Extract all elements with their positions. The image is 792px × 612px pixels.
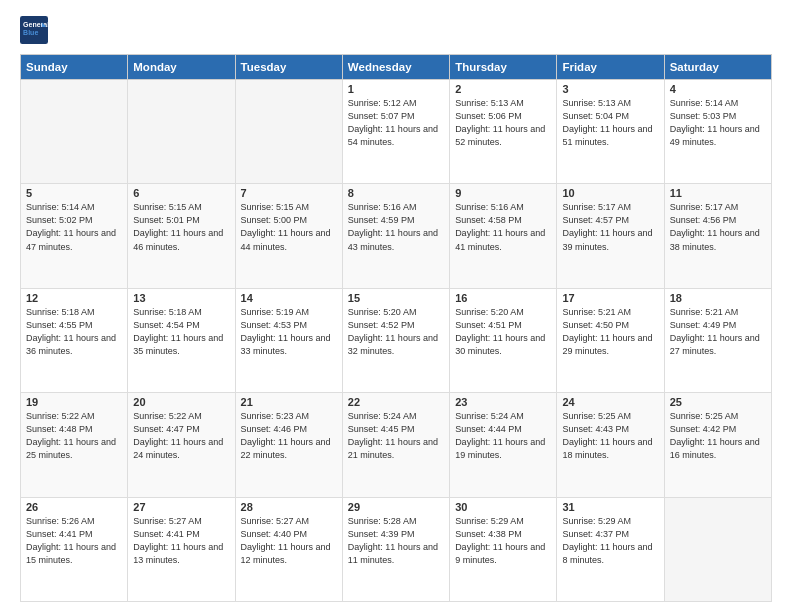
sunrise-text: Sunrise: 5:17 AM [670, 202, 739, 212]
sunrise-text: Sunrise: 5:17 AM [562, 202, 631, 212]
day-info: Sunrise: 5:15 AM Sunset: 5:00 PM Dayligh… [241, 201, 337, 253]
sunset-text: Sunset: 5:03 PM [670, 111, 737, 121]
daylight-text: Daylight: 11 hours and 33 minutes. [241, 333, 331, 356]
daylight-text: Daylight: 11 hours and 46 minutes. [133, 228, 223, 251]
day-number: 5 [26, 187, 122, 199]
daylight-text: Daylight: 11 hours and 32 minutes. [348, 333, 438, 356]
day-info: Sunrise: 5:14 AM Sunset: 5:03 PM Dayligh… [670, 97, 766, 149]
sunset-text: Sunset: 4:40 PM [241, 529, 308, 539]
daylight-text: Daylight: 11 hours and 24 minutes. [133, 437, 223, 460]
calendar-cell: 9 Sunrise: 5:16 AM Sunset: 4:58 PM Dayli… [450, 184, 557, 288]
calendar-week-row: 5 Sunrise: 5:14 AM Sunset: 5:02 PM Dayli… [21, 184, 772, 288]
sunrise-text: Sunrise: 5:16 AM [348, 202, 417, 212]
sunset-text: Sunset: 5:02 PM [26, 215, 93, 225]
day-info: Sunrise: 5:28 AM Sunset: 4:39 PM Dayligh… [348, 515, 444, 567]
calendar-cell: 22 Sunrise: 5:24 AM Sunset: 4:45 PM Dayl… [342, 393, 449, 497]
svg-text:Blue: Blue [23, 29, 38, 36]
day-number: 23 [455, 396, 551, 408]
daylight-text: Daylight: 11 hours and 13 minutes. [133, 542, 223, 565]
calendar-cell [235, 80, 342, 184]
day-number: 2 [455, 83, 551, 95]
day-number: 14 [241, 292, 337, 304]
calendar-cell: 8 Sunrise: 5:16 AM Sunset: 4:59 PM Dayli… [342, 184, 449, 288]
daylight-text: Daylight: 11 hours and 51 minutes. [562, 124, 652, 147]
daylight-text: Daylight: 11 hours and 52 minutes. [455, 124, 545, 147]
day-number: 15 [348, 292, 444, 304]
day-number: 17 [562, 292, 658, 304]
day-info: Sunrise: 5:17 AM Sunset: 4:57 PM Dayligh… [562, 201, 658, 253]
day-number: 10 [562, 187, 658, 199]
daylight-text: Daylight: 11 hours and 22 minutes. [241, 437, 331, 460]
weekday-header: Friday [557, 55, 664, 80]
sunrise-text: Sunrise: 5:18 AM [26, 307, 95, 317]
sunrise-text: Sunrise: 5:25 AM [670, 411, 739, 421]
sunset-text: Sunset: 4:43 PM [562, 424, 629, 434]
weekday-header: Monday [128, 55, 235, 80]
sunrise-text: Sunrise: 5:21 AM [562, 307, 631, 317]
calendar-cell: 23 Sunrise: 5:24 AM Sunset: 4:44 PM Dayl… [450, 393, 557, 497]
sunrise-text: Sunrise: 5:15 AM [133, 202, 202, 212]
day-info: Sunrise: 5:19 AM Sunset: 4:53 PM Dayligh… [241, 306, 337, 358]
day-info: Sunrise: 5:26 AM Sunset: 4:41 PM Dayligh… [26, 515, 122, 567]
sunset-text: Sunset: 4:46 PM [241, 424, 308, 434]
sunset-text: Sunset: 4:57 PM [562, 215, 629, 225]
calendar-cell: 25 Sunrise: 5:25 AM Sunset: 4:42 PM Dayl… [664, 393, 771, 497]
day-number: 1 [348, 83, 444, 95]
day-number: 22 [348, 396, 444, 408]
calendar-week-row: 12 Sunrise: 5:18 AM Sunset: 4:55 PM Dayl… [21, 288, 772, 392]
day-info: Sunrise: 5:13 AM Sunset: 5:04 PM Dayligh… [562, 97, 658, 149]
day-info: Sunrise: 5:15 AM Sunset: 5:01 PM Dayligh… [133, 201, 229, 253]
calendar-cell: 3 Sunrise: 5:13 AM Sunset: 5:04 PM Dayli… [557, 80, 664, 184]
day-info: Sunrise: 5:24 AM Sunset: 4:44 PM Dayligh… [455, 410, 551, 462]
sunrise-text: Sunrise: 5:27 AM [133, 516, 202, 526]
day-info: Sunrise: 5:24 AM Sunset: 4:45 PM Dayligh… [348, 410, 444, 462]
calendar-cell: 27 Sunrise: 5:27 AM Sunset: 4:41 PM Dayl… [128, 497, 235, 601]
day-info: Sunrise: 5:21 AM Sunset: 4:50 PM Dayligh… [562, 306, 658, 358]
calendar-cell: 28 Sunrise: 5:27 AM Sunset: 4:40 PM Dayl… [235, 497, 342, 601]
weekday-header: Saturday [664, 55, 771, 80]
sunset-text: Sunset: 4:41 PM [26, 529, 93, 539]
daylight-text: Daylight: 11 hours and 43 minutes. [348, 228, 438, 251]
calendar-cell: 31 Sunrise: 5:29 AM Sunset: 4:37 PM Dayl… [557, 497, 664, 601]
calendar-week-row: 1 Sunrise: 5:12 AM Sunset: 5:07 PM Dayli… [21, 80, 772, 184]
daylight-text: Daylight: 11 hours and 38 minutes. [670, 228, 760, 251]
sunset-text: Sunset: 5:04 PM [562, 111, 629, 121]
sunset-text: Sunset: 4:56 PM [670, 215, 737, 225]
calendar-cell: 26 Sunrise: 5:26 AM Sunset: 4:41 PM Dayl… [21, 497, 128, 601]
day-number: 19 [26, 396, 122, 408]
daylight-text: Daylight: 11 hours and 29 minutes. [562, 333, 652, 356]
sunset-text: Sunset: 4:59 PM [348, 215, 415, 225]
sunrise-text: Sunrise: 5:20 AM [455, 307, 524, 317]
daylight-text: Daylight: 11 hours and 49 minutes. [670, 124, 760, 147]
sunrise-text: Sunrise: 5:13 AM [455, 98, 524, 108]
sunrise-text: Sunrise: 5:19 AM [241, 307, 310, 317]
sunset-text: Sunset: 4:51 PM [455, 320, 522, 330]
day-number: 31 [562, 501, 658, 513]
day-info: Sunrise: 5:16 AM Sunset: 4:58 PM Dayligh… [455, 201, 551, 253]
calendar-cell: 30 Sunrise: 5:29 AM Sunset: 4:38 PM Dayl… [450, 497, 557, 601]
logo-icon: General Blue [20, 16, 48, 44]
daylight-text: Daylight: 11 hours and 30 minutes. [455, 333, 545, 356]
calendar-cell: 14 Sunrise: 5:19 AM Sunset: 4:53 PM Dayl… [235, 288, 342, 392]
day-number: 21 [241, 396, 337, 408]
daylight-text: Daylight: 11 hours and 35 minutes. [133, 333, 223, 356]
daylight-text: Daylight: 11 hours and 27 minutes. [670, 333, 760, 356]
weekday-header: Thursday [450, 55, 557, 80]
daylight-text: Daylight: 11 hours and 44 minutes. [241, 228, 331, 251]
sunrise-text: Sunrise: 5:29 AM [562, 516, 631, 526]
sunset-text: Sunset: 4:41 PM [133, 529, 200, 539]
sunrise-text: Sunrise: 5:29 AM [455, 516, 524, 526]
daylight-text: Daylight: 11 hours and 25 minutes. [26, 437, 116, 460]
calendar-cell: 21 Sunrise: 5:23 AM Sunset: 4:46 PM Dayl… [235, 393, 342, 497]
sunset-text: Sunset: 4:53 PM [241, 320, 308, 330]
sunset-text: Sunset: 5:06 PM [455, 111, 522, 121]
weekday-header: Sunday [21, 55, 128, 80]
sunrise-text: Sunrise: 5:23 AM [241, 411, 310, 421]
sunset-text: Sunset: 4:42 PM [670, 424, 737, 434]
day-info: Sunrise: 5:27 AM Sunset: 4:40 PM Dayligh… [241, 515, 337, 567]
calendar-cell: 1 Sunrise: 5:12 AM Sunset: 5:07 PM Dayli… [342, 80, 449, 184]
weekday-header: Tuesday [235, 55, 342, 80]
sunrise-text: Sunrise: 5:13 AM [562, 98, 631, 108]
sunset-text: Sunset: 5:07 PM [348, 111, 415, 121]
sunrise-text: Sunrise: 5:24 AM [348, 411, 417, 421]
